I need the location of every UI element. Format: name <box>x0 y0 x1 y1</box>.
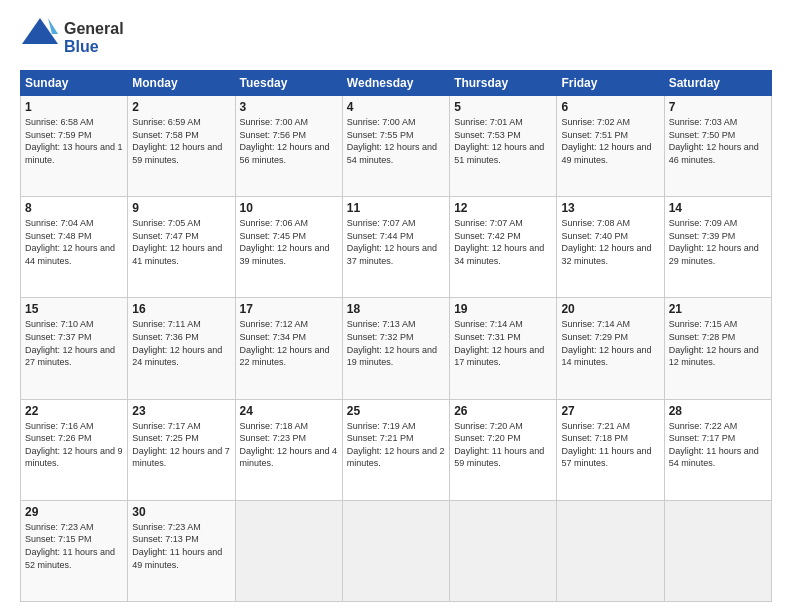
day-number: 21 <box>669 302 767 316</box>
day-number: 13 <box>561 201 659 215</box>
calendar-cell <box>342 500 449 601</box>
day-number: 7 <box>669 100 767 114</box>
day-info: Sunrise: 7:15 AMSunset: 7:28 PMDaylight:… <box>669 319 759 367</box>
dow-header: Monday <box>128 71 235 96</box>
day-info: Sunrise: 7:09 AMSunset: 7:39 PMDaylight:… <box>669 218 759 266</box>
day-info: Sunrise: 7:11 AMSunset: 7:36 PMDaylight:… <box>132 319 222 367</box>
day-number: 26 <box>454 404 552 418</box>
day-number: 27 <box>561 404 659 418</box>
calendar-cell: 14 Sunrise: 7:09 AMSunset: 7:39 PMDaylig… <box>664 197 771 298</box>
calendar-week-row: 1 Sunrise: 6:58 AMSunset: 7:59 PMDayligh… <box>21 96 772 197</box>
day-info: Sunrise: 7:00 AMSunset: 7:56 PMDaylight:… <box>240 117 330 165</box>
day-info: Sunrise: 7:23 AMSunset: 7:15 PMDaylight:… <box>25 522 115 570</box>
day-number: 19 <box>454 302 552 316</box>
calendar-week-row: 22 Sunrise: 7:16 AMSunset: 7:26 PMDaylig… <box>21 399 772 500</box>
dow-header: Sunday <box>21 71 128 96</box>
calendar-cell: 17 Sunrise: 7:12 AMSunset: 7:34 PMDaylig… <box>235 298 342 399</box>
svg-marker-1 <box>48 18 58 34</box>
day-number: 29 <box>25 505 123 519</box>
day-number: 2 <box>132 100 230 114</box>
dow-header: Friday <box>557 71 664 96</box>
day-info: Sunrise: 7:16 AMSunset: 7:26 PMDaylight:… <box>25 421 123 469</box>
day-info: Sunrise: 7:07 AMSunset: 7:42 PMDaylight:… <box>454 218 544 266</box>
day-info: Sunrise: 7:03 AMSunset: 7:50 PMDaylight:… <box>669 117 759 165</box>
day-number: 4 <box>347 100 445 114</box>
calendar-cell: 19 Sunrise: 7:14 AMSunset: 7:31 PMDaylig… <box>450 298 557 399</box>
day-info: Sunrise: 7:18 AMSunset: 7:23 PMDaylight:… <box>240 421 338 469</box>
day-info: Sunrise: 7:08 AMSunset: 7:40 PMDaylight:… <box>561 218 651 266</box>
day-number: 28 <box>669 404 767 418</box>
calendar-cell: 16 Sunrise: 7:11 AMSunset: 7:36 PMDaylig… <box>128 298 235 399</box>
calendar-cell: 25 Sunrise: 7:19 AMSunset: 7:21 PMDaylig… <box>342 399 449 500</box>
day-number: 17 <box>240 302 338 316</box>
calendar-cell: 8 Sunrise: 7:04 AMSunset: 7:48 PMDayligh… <box>21 197 128 298</box>
calendar-cell: 24 Sunrise: 7:18 AMSunset: 7:23 PMDaylig… <box>235 399 342 500</box>
calendar-cell: 10 Sunrise: 7:06 AMSunset: 7:45 PMDaylig… <box>235 197 342 298</box>
day-info: Sunrise: 7:02 AMSunset: 7:51 PMDaylight:… <box>561 117 651 165</box>
calendar-cell <box>664 500 771 601</box>
day-number: 1 <box>25 100 123 114</box>
day-number: 18 <box>347 302 445 316</box>
page: GeneralBlue SundayMondayTuesdayWednesday… <box>0 0 792 612</box>
calendar-cell: 22 Sunrise: 7:16 AMSunset: 7:26 PMDaylig… <box>21 399 128 500</box>
calendar-cell: 15 Sunrise: 7:10 AMSunset: 7:37 PMDaylig… <box>21 298 128 399</box>
calendar-cell: 26 Sunrise: 7:20 AMSunset: 7:20 PMDaylig… <box>450 399 557 500</box>
calendar-body: 1 Sunrise: 6:58 AMSunset: 7:59 PMDayligh… <box>21 96 772 602</box>
calendar-cell: 21 Sunrise: 7:15 AMSunset: 7:28 PMDaylig… <box>664 298 771 399</box>
days-of-week-row: SundayMondayTuesdayWednesdayThursdayFrid… <box>21 71 772 96</box>
day-info: Sunrise: 7:20 AMSunset: 7:20 PMDaylight:… <box>454 421 544 469</box>
dow-header: Saturday <box>664 71 771 96</box>
day-info: Sunrise: 7:00 AMSunset: 7:55 PMDaylight:… <box>347 117 437 165</box>
day-info: Sunrise: 7:17 AMSunset: 7:25 PMDaylight:… <box>132 421 230 469</box>
day-number: 22 <box>25 404 123 418</box>
calendar-cell: 13 Sunrise: 7:08 AMSunset: 7:40 PMDaylig… <box>557 197 664 298</box>
calendar-cell: 9 Sunrise: 7:05 AMSunset: 7:47 PMDayligh… <box>128 197 235 298</box>
day-number: 10 <box>240 201 338 215</box>
calendar-cell: 27 Sunrise: 7:21 AMSunset: 7:18 PMDaylig… <box>557 399 664 500</box>
day-number: 16 <box>132 302 230 316</box>
calendar-cell: 12 Sunrise: 7:07 AMSunset: 7:42 PMDaylig… <box>450 197 557 298</box>
day-info: Sunrise: 7:19 AMSunset: 7:21 PMDaylight:… <box>347 421 445 469</box>
day-info: Sunrise: 6:59 AMSunset: 7:58 PMDaylight:… <box>132 117 222 165</box>
day-number: 30 <box>132 505 230 519</box>
logo: GeneralBlue <box>20 16 124 60</box>
day-number: 8 <box>25 201 123 215</box>
day-info: Sunrise: 7:04 AMSunset: 7:48 PMDaylight:… <box>25 218 115 266</box>
day-number: 25 <box>347 404 445 418</box>
calendar-cell: 6 Sunrise: 7:02 AMSunset: 7:51 PMDayligh… <box>557 96 664 197</box>
calendar-cell: 4 Sunrise: 7:00 AMSunset: 7:55 PMDayligh… <box>342 96 449 197</box>
day-number: 9 <box>132 201 230 215</box>
calendar-cell: 28 Sunrise: 7:22 AMSunset: 7:17 PMDaylig… <box>664 399 771 500</box>
calendar-cell: 29 Sunrise: 7:23 AMSunset: 7:15 PMDaylig… <box>21 500 128 601</box>
calendar-week-row: 15 Sunrise: 7:10 AMSunset: 7:37 PMDaylig… <box>21 298 772 399</box>
calendar-cell: 5 Sunrise: 7:01 AMSunset: 7:53 PMDayligh… <box>450 96 557 197</box>
day-number: 11 <box>347 201 445 215</box>
dow-header: Thursday <box>450 71 557 96</box>
day-number: 14 <box>669 201 767 215</box>
calendar-cell <box>450 500 557 601</box>
day-info: Sunrise: 7:22 AMSunset: 7:17 PMDaylight:… <box>669 421 759 469</box>
day-info: Sunrise: 7:01 AMSunset: 7:53 PMDaylight:… <box>454 117 544 165</box>
calendar: SundayMondayTuesdayWednesdayThursdayFrid… <box>20 70 772 602</box>
dow-header: Tuesday <box>235 71 342 96</box>
calendar-cell <box>235 500 342 601</box>
day-info: Sunrise: 7:23 AMSunset: 7:13 PMDaylight:… <box>132 522 222 570</box>
day-info: Sunrise: 6:58 AMSunset: 7:59 PMDaylight:… <box>25 117 123 165</box>
day-info: Sunrise: 7:06 AMSunset: 7:45 PMDaylight:… <box>240 218 330 266</box>
day-info: Sunrise: 7:13 AMSunset: 7:32 PMDaylight:… <box>347 319 437 367</box>
calendar-cell: 2 Sunrise: 6:59 AMSunset: 7:58 PMDayligh… <box>128 96 235 197</box>
calendar-cell: 7 Sunrise: 7:03 AMSunset: 7:50 PMDayligh… <box>664 96 771 197</box>
calendar-cell <box>557 500 664 601</box>
day-number: 5 <box>454 100 552 114</box>
day-info: Sunrise: 7:10 AMSunset: 7:37 PMDaylight:… <box>25 319 115 367</box>
calendar-cell: 23 Sunrise: 7:17 AMSunset: 7:25 PMDaylig… <box>128 399 235 500</box>
calendar-cell: 30 Sunrise: 7:23 AMSunset: 7:13 PMDaylig… <box>128 500 235 601</box>
calendar-cell: 20 Sunrise: 7:14 AMSunset: 7:29 PMDaylig… <box>557 298 664 399</box>
day-number: 23 <box>132 404 230 418</box>
day-info: Sunrise: 7:14 AMSunset: 7:29 PMDaylight:… <box>561 319 651 367</box>
day-info: Sunrise: 7:14 AMSunset: 7:31 PMDaylight:… <box>454 319 544 367</box>
header: GeneralBlue <box>20 16 772 60</box>
day-number: 20 <box>561 302 659 316</box>
day-number: 6 <box>561 100 659 114</box>
day-info: Sunrise: 7:21 AMSunset: 7:18 PMDaylight:… <box>561 421 651 469</box>
